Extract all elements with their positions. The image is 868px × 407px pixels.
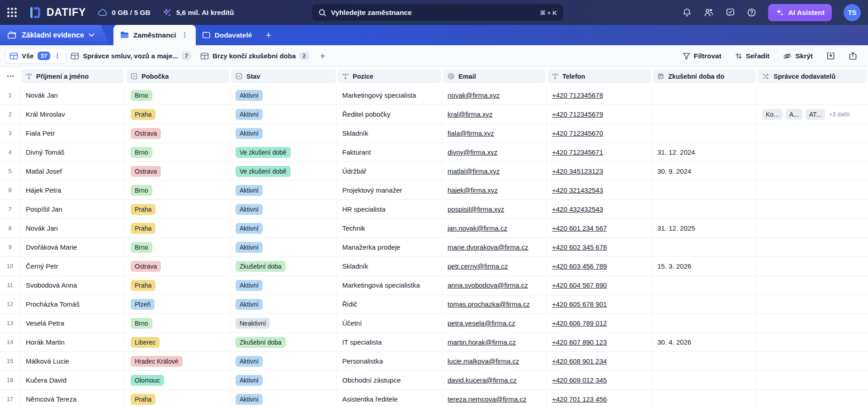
cell-status[interactable]: Aktivní: [230, 200, 337, 218]
cell-suppliers[interactable]: [757, 124, 868, 142]
user-avatar[interactable]: TS: [844, 4, 861, 21]
cell-branch[interactable]: Praha: [125, 276, 230, 294]
apps-grid-icon[interactable]: [7, 8, 17, 17]
cell-email[interactable]: tereza.nemcova@firma.cz: [442, 390, 547, 407]
cell-branch[interactable]: Plzeň: [125, 295, 230, 313]
email-link[interactable]: petra.vesela@firma.cz: [448, 319, 515, 327]
cell-phone[interactable]: +420 321432543: [547, 181, 652, 199]
cell-status[interactable]: Aktivní: [230, 295, 337, 313]
cell-suppliers[interactable]: [757, 390, 868, 407]
ai-assistant-button[interactable]: AI Asistent: [768, 4, 832, 21]
cell-name[interactable]: Fiala Petr: [20, 124, 125, 142]
phone-link[interactable]: +420 602 345 678: [552, 243, 607, 251]
phone-link[interactable]: +420 712345678: [552, 91, 603, 99]
phone-link[interactable]: +420 701 123 456: [552, 395, 607, 403]
column-header-1[interactable]: Příjmení a jméno: [21, 69, 124, 83]
cell-status[interactable]: Aktivní: [230, 352, 337, 370]
view-brzy-konci[interactable]: Brzy končí zkušební doba 2: [196, 48, 313, 63]
row-number[interactable]: 16: [0, 371, 20, 389]
email-link[interactable]: matlal@firma.xyz: [448, 167, 500, 175]
hide-fields-button[interactable]: Skrýt: [783, 52, 813, 60]
phone-link[interactable]: +420 432432543: [552, 205, 603, 213]
cell-name[interactable]: Matlal Josef: [20, 162, 125, 180]
tab-options-icon[interactable]: ⋮: [180, 31, 189, 39]
cell-name[interactable]: Pospíšil Jan: [20, 200, 125, 218]
phone-link[interactable]: +420 603 456 789: [552, 262, 607, 270]
cell-email[interactable]: anna.svobodova@firma.cz: [442, 276, 547, 294]
cell-branch[interactable]: Praha: [125, 390, 230, 407]
cell-email[interactable]: kral@firma.xyz: [442, 105, 547, 123]
cell-email[interactable]: fiala@firma.xyz: [442, 124, 547, 142]
phone-link[interactable]: +420 345123123: [552, 167, 603, 175]
cell-name[interactable]: Divný Tomáš: [20, 143, 125, 161]
import-button[interactable]: [826, 52, 835, 60]
cell-name[interactable]: Procházka Tomáš: [20, 295, 125, 313]
cell-phone[interactable]: +420 604 567 890: [547, 276, 652, 294]
row-number[interactable]: 2: [0, 105, 20, 123]
add-view-button[interactable]: +: [314, 51, 332, 62]
cell-branch[interactable]: Brno: [125, 238, 230, 256]
tab-zamestnanci[interactable]: Zaměstnanci ⋮: [113, 25, 196, 45]
email-link[interactable]: marie.dvorakova@firma.cz: [448, 243, 528, 251]
cell-phone[interactable]: +420 701 123 456: [547, 390, 652, 407]
cell-email[interactable]: petr.cerny@firma.cz: [442, 257, 547, 275]
cell-trial-date[interactable]: 30. 9. 2024: [652, 162, 757, 180]
phone-link[interactable]: +420 607 890 123: [552, 338, 607, 346]
cell-name[interactable]: Němcová Tereza: [20, 390, 125, 407]
email-link[interactable]: jan.novak@firma.cz: [448, 224, 507, 232]
cell-phone[interactable]: +420 607 890 123: [547, 333, 652, 351]
row-number[interactable]: 17: [0, 390, 20, 407]
cell-suppliers[interactable]: [757, 276, 868, 294]
help-button[interactable]: [747, 8, 756, 17]
cell-status[interactable]: Ve zkušení době: [230, 143, 337, 161]
cell-trial-date[interactable]: 31. 12. 2024: [652, 143, 757, 161]
phone-link[interactable]: +420 605 678 901: [552, 300, 607, 308]
feedback-button[interactable]: [726, 8, 735, 17]
cell-trial-date[interactable]: [652, 86, 757, 104]
cell-position[interactable]: Marketingová specialistka: [337, 276, 442, 294]
cell-phone[interactable]: +420 605 678 901: [547, 295, 652, 313]
cell-branch[interactable]: Praha: [125, 105, 230, 123]
app-logo[interactable]: DATIFY: [28, 6, 86, 19]
phone-link[interactable]: +420 712345671: [552, 148, 603, 156]
cell-suppliers[interactable]: [757, 333, 868, 351]
view-options-icon[interactable]: ⋮: [54, 52, 61, 60]
cell-position[interactable]: Personalistka: [337, 352, 442, 370]
email-link[interactable]: petr.cerny@firma.cz: [448, 262, 508, 270]
cell-phone[interactable]: +420 712345679: [547, 105, 652, 123]
cell-trial-date[interactable]: [652, 200, 757, 218]
cell-email[interactable]: marie.dvorakova@firma.cz: [442, 238, 547, 256]
cell-position[interactable]: Asistentka ředitele: [337, 390, 442, 407]
cell-status[interactable]: Aktivní: [230, 390, 337, 407]
cell-suppliers[interactable]: [757, 257, 868, 275]
cell-status[interactable]: Neaktivní: [230, 314, 337, 332]
cell-position[interactable]: Skladník: [337, 124, 442, 142]
cell-branch[interactable]: Praha: [125, 219, 230, 237]
cell-name[interactable]: Novák Jan: [20, 219, 125, 237]
cell-name[interactable]: Černý Petr: [20, 257, 125, 275]
cell-trial-date[interactable]: 31. 12. 2025: [652, 219, 757, 237]
row-number[interactable]: 11: [0, 276, 20, 294]
cell-position[interactable]: Údržbář: [337, 162, 442, 180]
cell-branch[interactable]: Ostrava: [125, 124, 230, 142]
cell-name[interactable]: Veselá Petra: [20, 314, 125, 332]
cell-name[interactable]: Svobodová Anna: [20, 276, 125, 294]
cell-suppliers[interactable]: [757, 238, 868, 256]
cell-trial-date[interactable]: [652, 276, 757, 294]
email-link[interactable]: kral@firma.xyz: [448, 110, 492, 118]
cell-suppliers[interactable]: Ko...A...AT...+3 další: [757, 105, 868, 123]
cell-position[interactable]: HR specialista: [337, 200, 442, 218]
row-number[interactable]: 7: [0, 200, 20, 218]
email-link[interactable]: novak@firma.xyz: [448, 91, 500, 99]
cell-branch[interactable]: Brno: [125, 181, 230, 199]
column-header-3[interactable]: Stav: [231, 69, 336, 83]
cell-status[interactable]: Aktivní: [230, 371, 337, 389]
phone-link[interactable]: +420 606 789 012: [552, 319, 607, 327]
cell-email[interactable]: david.kucera@firma.cz: [442, 371, 547, 389]
email-link[interactable]: anna.svobodova@firma.cz: [448, 281, 528, 289]
cell-name[interactable]: Novák Jan: [20, 86, 125, 104]
cell-email[interactable]: jan.novak@firma.cz: [442, 219, 547, 237]
cell-phone[interactable]: +420 608 901 234: [547, 352, 652, 370]
cell-suppliers[interactable]: [757, 86, 868, 104]
email-link[interactable]: lucie.malkova@firma.cz: [448, 357, 519, 365]
